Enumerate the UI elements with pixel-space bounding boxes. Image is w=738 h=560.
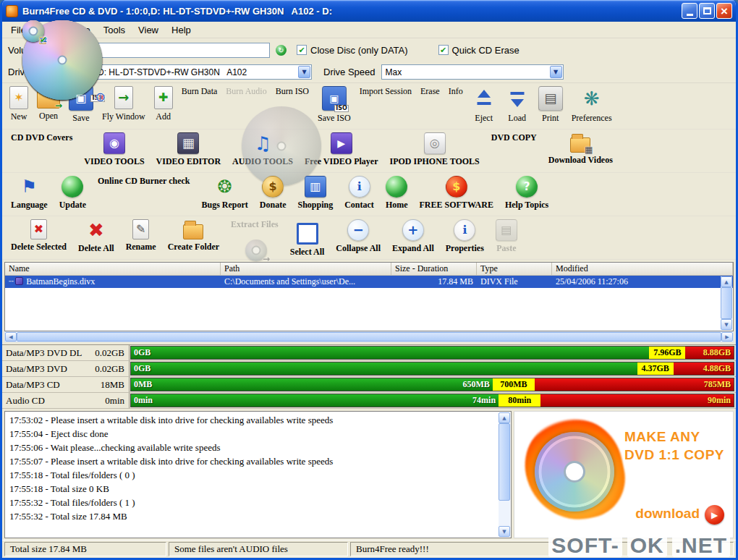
capacity-current-value: 0min <box>105 395 124 407</box>
volume-refresh-icon[interactable] <box>276 45 287 56</box>
create-folder-button[interactable]: Create Folder <box>162 219 225 253</box>
ipod-iphone-tools-icon: ◎ <box>424 132 446 154</box>
log-vertical-scrollbar[interactable] <box>499 412 510 537</box>
delete-all-button[interactable]: ✖ Delete All <box>72 219 120 254</box>
capacity-bar-yellow: 7.96GB <box>649 347 685 359</box>
preferences-button[interactable]: ❋ Preferences <box>567 86 616 124</box>
file-list-vertical-scrollbar[interactable] <box>721 276 732 330</box>
column-header-type[interactable]: Type <box>477 263 552 275</box>
column-header-modified[interactable]: Modified <box>552 263 733 275</box>
delete-selected-button[interactable]: ✖ Delete Selected <box>5 219 72 253</box>
save-iso-button[interactable]: ▣ISO Save ISO <box>313 86 355 124</box>
download-link[interactable]: download <box>635 506 700 522</box>
update-button[interactable]: Update <box>54 176 92 211</box>
erase-button[interactable]: ✖ Erase <box>416 86 444 97</box>
column-header-name[interactable]: Name <box>5 263 221 275</box>
table-row[interactable]: ╌BatmanBegins.divx C:\Documents and Sett… <box>5 276 733 288</box>
scroll-down-icon[interactable] <box>499 526 510 537</box>
maximize-button[interactable] <box>699 3 715 19</box>
close-button[interactable] <box>716 3 732 19</box>
capacity-bar-red: 8.88GB <box>685 347 734 359</box>
create-folder-icon <box>183 224 203 239</box>
contact-button[interactable]: ℹ Contact <box>339 176 380 211</box>
status-total-size: Total size 17.84 MB <box>4 542 166 556</box>
burn-iso-button[interactable]: ISO Burn ISO <box>271 86 313 97</box>
video-editor-icon: ▦ <box>177 132 199 154</box>
new-button[interactable]: ✶ New <box>5 86 33 122</box>
expand-all-button[interactable]: + Expand All <box>386 219 440 254</box>
menu-item[interactable]: Tools <box>97 23 132 37</box>
rename-button[interactable]: ✎ Rename <box>120 219 162 253</box>
scroll-up-icon[interactable] <box>499 412 510 423</box>
free-software-icon: $ <box>446 176 467 198</box>
scroll-up-icon[interactable] <box>721 276 732 287</box>
download-arrow-icon[interactable] <box>705 505 724 525</box>
cd-disc-graphic <box>535 432 614 512</box>
bugs-report-button[interactable]: ❂ Bugs Report <box>195 176 253 211</box>
drive-select[interactable]: 1:0:0,D: HL-DT-STDVD+-RW GH30N A102 <box>72 64 312 80</box>
language-button[interactable]: ⚑ Language <box>5 176 54 211</box>
scrollbar-thumb[interactable] <box>17 332 721 341</box>
delete-selected-icon: ✖ <box>30 219 47 239</box>
minimize-button[interactable] <box>682 3 697 19</box>
expand-all-icon: + <box>402 219 424 241</box>
collapse-all-button[interactable]: − Collapse All <box>330 219 386 254</box>
dvd-copy-button[interactable]: ⇄ DVD COPY <box>485 132 543 143</box>
import-session-button[interactable]: → Import Session <box>355 86 416 97</box>
file-list-horizontal-scrollbar[interactable] <box>4 331 734 342</box>
update-icon <box>62 176 83 198</box>
select-all-button[interactable]: Select All <box>284 219 331 258</box>
capacity-bar: 0MB650MB 700MB 785MB <box>130 378 734 391</box>
scrollbar-thumb[interactable] <box>721 287 732 319</box>
audio-tools-icon: ♫ <box>252 132 273 154</box>
chevron-down-icon[interactable] <box>550 66 562 78</box>
cd-dvd-covers-button[interactable]: ▤ CD DVD Covers <box>5 132 78 143</box>
log-line: 17:55:32 - Total files/folders ( 1 ) <box>9 496 495 509</box>
ipod-iphone-tools-button[interactable]: ◎ IPOD IPHONE TOOLS <box>384 132 485 167</box>
close-disc-checkbox[interactable]: Close Disc (only DATA) <box>297 45 408 56</box>
load-icon <box>505 86 530 111</box>
burn-audio-button[interactable]: ♪ Burn Audio <box>221 86 271 97</box>
column-header-size[interactable]: Size - Duration <box>391 263 477 275</box>
menu-item[interactable]: Help <box>165 23 198 37</box>
toolbar-tools: ▤ CD DVD Covers ◉ VIDEO TOOLS ▦ VIDEO ED… <box>2 130 736 173</box>
drive-speed-select[interactable]: Max <box>381 64 564 80</box>
video-editor-button[interactable]: ▦ VIDEO EDITOR <box>150 132 226 167</box>
free-software-button[interactable]: $ FREE SOFTWARE <box>414 176 499 211</box>
help-topics-button[interactable]: ? Help Topics <box>499 176 554 211</box>
print-button[interactable]: ▤ Print <box>534 86 567 124</box>
shopping-icon: ▥ <box>305 176 326 198</box>
capacity-bar-green: 0MB650MB <box>131 378 493 391</box>
menu-item[interactable]: View <box>132 23 165 37</box>
delete-all-icon: ✖ <box>85 219 107 241</box>
contact-icon: ℹ <box>349 176 370 198</box>
scroll-left-icon[interactable] <box>5 332 17 341</box>
video-tools-button[interactable]: ◉ VIDEO TOOLS <box>78 132 150 167</box>
extract-files-button[interactable]: → Extract Files <box>225 219 284 230</box>
video-file-icon <box>15 277 23 285</box>
capacity-current-value: 0.02GB <box>95 363 124 375</box>
log-line: 17:55:18 - Total size 0 KB <box>9 482 495 496</box>
file-list-header: Name Path Size - Duration Type Modified <box>5 263 733 276</box>
scroll-right-icon[interactable] <box>721 332 733 341</box>
capacity-name: Data/MP3 CD <box>6 379 60 391</box>
eject-button[interactable]: Eject <box>467 86 501 124</box>
fly-window-button[interactable]: → Fly Window <box>98 86 150 122</box>
load-button[interactable]: Load <box>501 86 534 124</box>
chevron-down-icon[interactable] <box>298 66 310 78</box>
properties-button[interactable]: ℹ Properties <box>440 219 490 254</box>
donate-icon: $ <box>262 176 284 198</box>
add-button[interactable]: ✚ Add <box>150 86 177 122</box>
scrollbar-thumb[interactable] <box>499 423 510 501</box>
column-header-path[interactable]: Path <box>221 263 391 275</box>
download-videos-button[interactable]: ▦ Download Videos <box>543 132 619 166</box>
fly-window-icon: → <box>114 86 133 109</box>
home-button[interactable]: Home <box>380 176 414 211</box>
help-topics-icon: ? <box>516 176 538 198</box>
paste-button[interactable]: ▤ Paste <box>490 219 523 254</box>
burn-data-button[interactable]: ● Burn Data <box>177 86 222 97</box>
quick-erase-checkbox[interactable]: Quick CD Erase <box>438 45 519 56</box>
online-cd-burner-check-button[interactable]: ✔ Online CD Burner check <box>92 176 195 187</box>
scroll-down-icon[interactable] <box>721 319 732 330</box>
info-button[interactable]: ⓘ Info <box>444 86 467 97</box>
